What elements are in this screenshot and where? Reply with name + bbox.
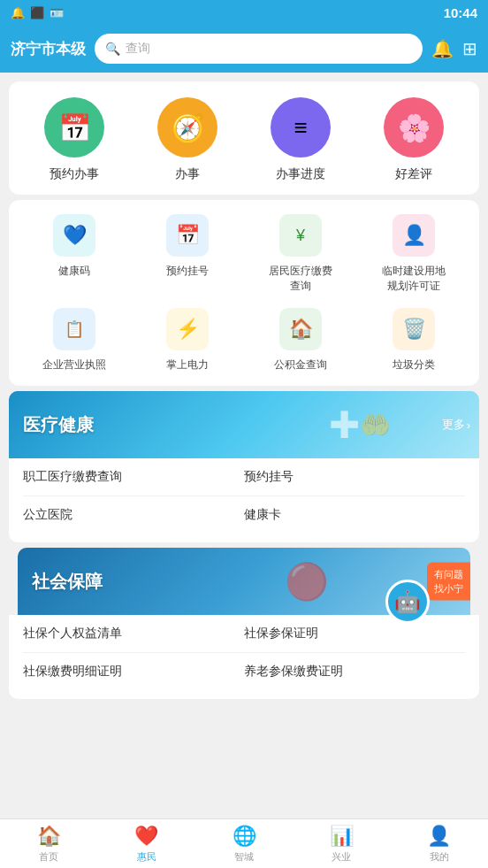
- wode-icon: 👤: [427, 825, 451, 848]
- guahao-icon: 📅: [176, 224, 200, 247]
- jiaofei-circle: ¥: [279, 214, 322, 257]
- nav-item-wode[interactable]: 👤 我的: [391, 825, 488, 864]
- laji-icon: 🗑️: [402, 318, 426, 341]
- small-icon-gongjijin[interactable]: 🏠 公积金查询: [252, 308, 349, 373]
- linshi-circle: 👤: [393, 214, 435, 257]
- big-icons-grid: 📅 预约办事 🧭 办事 ≡ 办事进度 🌸 好差评: [18, 97, 470, 182]
- jingdu-icon-circle: ≡: [271, 97, 331, 157]
- social-link-jiaofei[interactable]: 社保缴费明细证明: [23, 653, 244, 690]
- small-icon-jiankangma[interactable]: 💙 健康码: [26, 214, 123, 294]
- nav-item-home[interactable]: 🏠 首页: [0, 825, 97, 864]
- medical-links-section: 职工医疗缴费查询 预约挂号 公立医院 健康卡: [9, 458, 479, 542]
- header-icons: 🔔 ⊞: [431, 38, 477, 59]
- medical-more-button[interactable]: 更多 ›: [442, 417, 470, 433]
- guahao-circle: 📅: [166, 214, 209, 257]
- dianli-circle: ⚡: [166, 308, 209, 350]
- medical-links-grid: 职工医疗缴费查询 预约挂号 公立医院 健康卡: [23, 458, 465, 534]
- medical-banner[interactable]: 医疗健康 ✚ 🤲 更多 ›: [9, 391, 479, 458]
- social-emblem-icon: 🔴: [285, 561, 329, 603]
- nav-item-xingye[interactable]: 📊 兴业: [293, 825, 390, 864]
- header-title: 济宁市本级: [11, 39, 86, 59]
- bell-icon: 🔔: [11, 6, 25, 19]
- big-icon-banshi[interactable]: 🧭 办事: [139, 97, 236, 182]
- laji-label: 垃圾分类: [393, 357, 435, 373]
- big-icon-haocha[interactable]: 🌸 好差评: [365, 97, 462, 182]
- small-icon-laji[interactable]: 🗑️ 垃圾分类: [365, 308, 462, 373]
- huimin-icon: ❤️: [134, 825, 158, 848]
- home-icon: 🏠: [37, 825, 61, 848]
- status-bar: 🔔 ⬛ 🪪 10:44: [0, 0, 488, 25]
- square-icon: ⬛: [30, 6, 44, 19]
- medical-link-zhigong[interactable]: 职工医疗缴费查询: [23, 458, 244, 496]
- nav-item-zhicheng[interactable]: 🌐 智城: [195, 825, 293, 864]
- small-icon-yinzhao[interactable]: 📋 企业营业执照: [26, 308, 123, 373]
- small-icon-dianli[interactable]: ⚡ 掌上电力: [139, 308, 236, 373]
- jiankangma-icon: 💙: [63, 224, 87, 247]
- small-icons-row-2: 📋 企业营业执照 ⚡ 掌上电力 🏠 公积金查询 🗑️ 垃圾分: [18, 308, 470, 373]
- small-icon-guahao[interactable]: 📅 预约挂号: [139, 214, 236, 294]
- search-icon: 🔍: [105, 42, 120, 56]
- search-placeholder: 查询: [126, 41, 150, 57]
- gongjijin-icon: 🏠: [289, 318, 313, 341]
- laji-circle: 🗑️: [393, 308, 435, 350]
- haocha-icon: 🌸: [398, 112, 431, 143]
- banshi-icon-circle: 🧭: [157, 97, 217, 157]
- jiankangma-circle: 💙: [53, 214, 95, 257]
- bottom-nav: 🏠 首页 ❤️ 惠民 🌐 智城 📊 兴业 👤 我的: [0, 818, 488, 868]
- yinzhao-label: 企业营业执照: [42, 357, 106, 373]
- dianli-icon: ⚡: [176, 318, 200, 341]
- linshi-icon: 👤: [402, 224, 426, 247]
- haocha-label: 好差评: [395, 166, 432, 182]
- medical-cross-decor: ✚ 🤲: [329, 403, 391, 447]
- linshi-label: 临时建设用地 规划许可证: [382, 264, 446, 294]
- social-banner-wrap: 社会保障 🔴 有问题 找小宁 🤖: [9, 548, 479, 615]
- zhicheng-icon: 🌐: [233, 825, 256, 848]
- yinzhao-circle: 📋: [53, 308, 95, 350]
- gongjijin-circle: 🏠: [279, 308, 322, 350]
- social-links-grid: 社保个人权益清单 社保参保证明 社保缴费明细证明 养老参保缴费证明: [23, 615, 465, 690]
- nav-item-huimin[interactable]: ❤️ 惠民: [97, 825, 194, 864]
- small-icons-section: 💙 健康码 📅 预约挂号 ¥ 居民医疗缴费 查询 👤 临时建: [9, 200, 479, 386]
- badge-line1: 有问题: [434, 568, 463, 581]
- header: 济宁市本级 🔍 查询 🔔 ⊞: [0, 25, 488, 73]
- status-time: 10:44: [444, 5, 477, 20]
- jingdu-icon: ≡: [294, 114, 307, 142]
- big-icon-jingdu[interactable]: ≡ 办事进度: [252, 97, 349, 182]
- scan-icon[interactable]: ⊞: [462, 38, 477, 59]
- huimin-label: 惠民: [137, 850, 156, 864]
- xingye-label: 兴业: [332, 850, 351, 864]
- wode-label: 我的: [430, 850, 449, 864]
- main-content: 📅 预约办事 🧭 办事 ≡ 办事进度 🌸 好差评: [0, 73, 488, 818]
- medical-link-guahao[interactable]: 预约挂号: [244, 458, 465, 496]
- jiaofei-icon: ¥: [296, 227, 305, 245]
- home-label: 首页: [39, 850, 58, 864]
- yueyue-icon: 📅: [58, 112, 91, 143]
- jiaofei-label: 居民医疗缴费 查询: [269, 264, 332, 294]
- dianli-label: 掌上电力: [166, 357, 209, 373]
- banshi-label: 办事: [175, 166, 200, 182]
- medical-link-jiankangka[interactable]: 健康卡: [244, 496, 465, 534]
- haocha-icon-circle: 🌸: [384, 97, 444, 157]
- social-link-yanglao[interactable]: 养老参保缴费证明: [244, 653, 465, 690]
- social-link-canbaozm[interactable]: 社保参保证明: [244, 615, 465, 653]
- problem-badge[interactable]: 有问题 找小宁: [427, 563, 470, 601]
- medical-link-gongli[interactable]: 公立医院: [23, 496, 244, 534]
- xingye-icon: 📊: [330, 825, 354, 848]
- big-icon-yueyue[interactable]: 📅 预约办事: [26, 97, 123, 182]
- gongjijin-label: 公积金查询: [274, 357, 327, 373]
- social-link-quanyi[interactable]: 社保个人权益清单: [23, 615, 244, 653]
- yinzhao-icon: 📋: [65, 319, 84, 339]
- notification-icon[interactable]: 🔔: [431, 38, 454, 59]
- big-icons-section: 📅 预约办事 🧭 办事 ≡ 办事进度 🌸 好差评: [9, 81, 479, 195]
- social-links-section: 社保个人权益清单 社保参保证明 社保缴费明细证明 养老参保缴费证明: [9, 615, 479, 699]
- jingdu-label: 办事进度: [276, 166, 325, 182]
- banshi-icon: 🧭: [172, 112, 204, 143]
- guahao-label: 预约挂号: [166, 264, 209, 279]
- status-left: 🔔 ⬛ 🪪: [11, 6, 64, 19]
- zhicheng-label: 智城: [234, 850, 254, 864]
- search-bar[interactable]: 🔍 查询: [95, 34, 423, 64]
- card-icon: 🪪: [50, 6, 64, 19]
- small-icon-jiaofei[interactable]: ¥ 居民医疗缴费 查询: [252, 214, 349, 294]
- small-icon-linshi[interactable]: 👤 临时建设用地 规划许可证: [365, 214, 462, 294]
- medical-chevron-icon: ›: [467, 419, 470, 432]
